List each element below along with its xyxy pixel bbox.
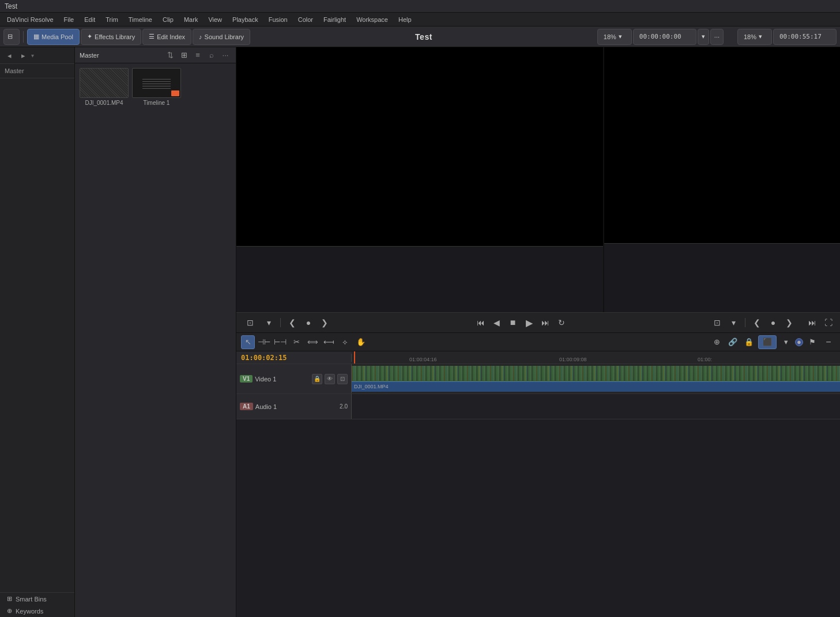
link-btn[interactable]: 🔗 [726,335,740,349]
right-playback-controls: ⊡ ▾ ❮ ● ❯ ⏭ ⛶ [710,316,835,329]
color-dropdown-btn[interactable]: ▾ [779,335,793,349]
menu-playback[interactable]: Playback [228,15,263,24]
more-icon[interactable]: ··· [220,50,231,61]
smart-bins-icon: ⊞ [7,595,12,603]
menu-edit[interactable]: Edit [80,15,100,24]
r-fullscreen-btn[interactable]: ⛶ [822,316,835,329]
track-badge-a1: A1 [240,403,253,410]
search-icon[interactable]: ⌕ [206,50,217,61]
lock-tracks-btn[interactable]: 🔒 [742,335,756,349]
menu-timeline[interactable]: Timeline [124,15,157,24]
list-item[interactable]: DJI_0001.MP4 [80,68,129,106]
sort-icon[interactable]: ⇅ [164,50,176,61]
source-more-btn[interactable]: ··· [710,29,724,45]
sound-library-button[interactable]: ♪ Sound Library [193,29,250,45]
snap-btn[interactable]: ⊕ [710,335,724,349]
menu-trim[interactable]: Trim [101,15,123,24]
menu-workspace[interactable]: Workspace [352,15,393,24]
source-dropdown-btn[interactable]: ▾ [698,29,709,45]
r-frame-next-btn[interactable]: ❯ [782,316,796,329]
go-start-btn[interactable]: ⏮ [474,316,488,329]
trim-tool-btn[interactable]: ⊣⊢ [257,335,271,349]
playhead[interactable] [354,351,355,364]
menu-davinci-resolve[interactable]: DaVinci Resolve [2,15,58,24]
dynamic-trim-btn[interactable]: ⊢⊣ [273,335,287,349]
nav-back-btn[interactable]: ◂ [3,50,15,61]
preview-timecode-btn[interactable]: 00:00:55:17 [773,29,837,45]
keywords-icon: ⊕ [7,607,12,615]
smart-bins-item[interactable]: ⊞ Smart Bins [0,593,74,605]
video-track-content[interactable]: DJI_0001.MP4 [352,364,840,393]
menu-clip[interactable]: Clip [158,15,178,24]
minus-btn[interactable]: − [822,335,835,349]
video-clip-top [352,366,840,381]
viewer-mode-btn[interactable]: ⊡ [241,316,259,329]
clip-dropdown-btn[interactable]: ▾ [726,316,740,329]
track-media-btn[interactable]: ⊡ [337,374,348,384]
track-eye-btn[interactable]: 👁 [325,374,335,384]
slide-tool-btn[interactable]: ⟻ [322,335,336,349]
media-pool-icon: ▦ [33,33,39,40]
toolbar-icon-btn[interactable]: ⊟ [3,29,20,45]
menu-color[interactable]: Color [293,15,318,24]
menu-view[interactable]: View [204,15,227,24]
list-item[interactable]: Timeline 1 [132,68,181,106]
ruler-mark-1: 01:00:04:16 [409,357,437,362]
slip-tool-btn[interactable]: ⟺ [306,335,319,349]
select-tool-btn[interactable]: ↖ [241,335,255,349]
source-timecode-btn[interactable]: 00:00:00:00 [633,29,696,45]
list-view-icon[interactable]: ≡ [192,50,204,61]
color-mode-btn[interactable]: ⬛ [758,335,777,349]
flag-btn[interactable]: ⚑ [805,335,819,349]
media-pool-button[interactable]: ▦ Media Pool [27,29,80,45]
timeline-tools: ↖ ⊣⊢ ⊢⊣ ✂ ⟺ ⟻ ⟡ ✋ ⊕ 🔗 🔒 ⬛ ▾ ● ⚑ − [236,333,840,351]
edit-index-button[interactable]: ☰ Edit Index [142,29,191,45]
menu-fusion[interactable]: Fusion [264,15,292,24]
menu-mark[interactable]: Mark [179,15,202,24]
viewer-dropdown-btn[interactable]: ▾ [262,316,276,329]
frame-next-btn[interactable]: ❯ [318,316,332,329]
mark-btn[interactable]: ● [302,316,315,329]
stop-btn[interactable]: ■ [506,316,520,329]
chevron-down-icon: ▾ [619,33,622,40]
menu-file[interactable]: File [59,15,79,24]
main-layout: ◂ ▸ ▾ Master ⊞ Smart Bins ⊕ Keywords Mas… [0,47,840,617]
master-bin[interactable]: Master [0,64,74,78]
frame-colors [352,366,840,381]
color-dot-btn[interactable]: ● [795,338,803,346]
hand-tool-btn[interactable]: ✋ [354,335,368,349]
play-btn[interactable]: ▶ [522,316,536,329]
title-bar: Test [0,0,840,13]
left-sidebar: ◂ ▸ ▾ Master ⊞ Smart Bins ⊕ Keywords [0,47,75,617]
table-row: A1 Audio 1 2.0 [236,394,840,419]
center-playback-controls: ⏮ ◀ ■ ▶ ⏭ ↻ [474,316,568,329]
track-lock-btn[interactable]: 🔒 [312,374,322,384]
play-backward-btn[interactable]: ◀ [490,316,504,329]
r-go-end-btn[interactable]: ⏭ [805,316,819,329]
video-thumbnail [80,68,129,98]
loop-btn[interactable]: ↻ [555,316,568,329]
timeline-ruler-right[interactable]: 01:00:04:16 01:00:09:08 01:00: [352,351,840,364]
grid-view-icon[interactable]: ⊞ [178,50,190,61]
preview-chevron-icon: ▾ [759,33,762,40]
menu-help[interactable]: Help [394,15,416,24]
keywords-item[interactable]: ⊕ Keywords [0,605,74,617]
r-mark-btn[interactable]: ● [766,316,780,329]
clip-selection-bar: DJI_0001.MP4 [352,381,840,392]
go-end-btn[interactable]: ⏭ [538,316,552,329]
effects-library-button[interactable]: ✦ Effects Library [81,29,141,45]
blade-tool-btn[interactable]: ✂ [289,335,303,349]
preview-row [236,47,840,312]
source-zoom-btn[interactable]: 18% ▾ [597,29,632,45]
audio-track-content[interactable] [352,394,840,419]
clip-mode-btn[interactable]: ⊡ [710,316,724,329]
toolbar-divider-1 [23,31,24,43]
warp-tool-btn[interactable]: ⟡ [338,335,352,349]
frame-prev-btn[interactable]: ❮ [285,316,299,329]
left-playback-controls: ⊡ ▾ ❮ ● ❯ [241,316,332,329]
nav-forward-btn[interactable]: ▸ [17,50,29,61]
menu-fairlight[interactable]: Fairlight [319,15,351,24]
preview-zoom-btn[interactable]: 18% ▾ [737,29,772,45]
toolbar: ⊟ ▦ Media Pool ✦ Effects Library ☰ Edit … [0,27,840,47]
r-frame-prev-btn[interactable]: ❮ [750,316,764,329]
